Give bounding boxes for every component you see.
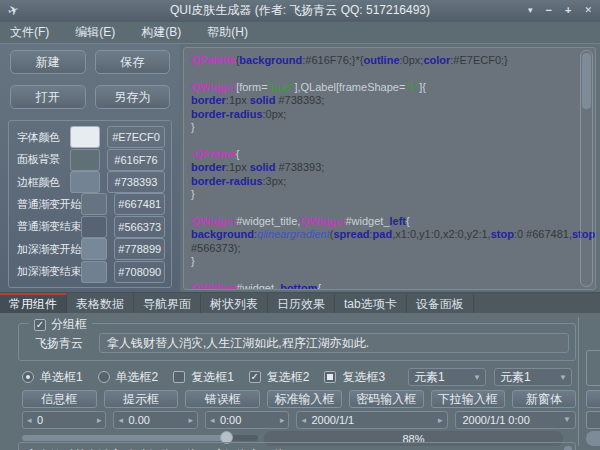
color-row-gradient-end: 普通渐变结束 #566373 [17, 216, 165, 238]
info-box-button[interactable]: 信息框 [22, 390, 97, 408]
spin-right-icon[interactable]: ▸ [280, 415, 285, 425]
radio-1-label: 单选框1 [40, 369, 83, 386]
color-swatch[interactable] [81, 193, 107, 215]
tab-navigation[interactable]: 导航界面 [134, 293, 201, 313]
combobox-2-value: 元素1 [500, 369, 531, 386]
tip-box-button[interactable]: 提示框 [104, 390, 179, 408]
color-row-border: 边框颜色 #738393 [17, 171, 165, 193]
color-swatch[interactable] [81, 216, 107, 238]
code-scrollbar[interactable] [580, 50, 593, 287]
checkbox-1[interactable]: 复选框1 [173, 369, 234, 386]
maximize-icon[interactable]: + [565, 5, 571, 16]
new-button[interactable]: 新建 [10, 50, 86, 74]
time-spinbox[interactable]: ◂ 0:00 ▸ [205, 411, 289, 429]
int-spinbox[interactable]: ◂ 0 ▸ [22, 411, 106, 429]
motto-input[interactable]: 拿人钱财替人消灾,人生江湖如此,程序江湖亦如此. [99, 333, 569, 353]
color-swatch[interactable] [81, 261, 107, 283]
color-label: 普通渐变开始 [17, 197, 81, 212]
menu-file[interactable]: 文件(F) [10, 24, 49, 41]
error-box-button[interactable]: 错误框 [185, 390, 260, 408]
save-as-button[interactable]: 另存为 [95, 85, 171, 109]
tab-common-widgets[interactable]: 常用组件 [0, 293, 67, 313]
combobox-1-value: 元素1 [414, 369, 445, 386]
menu-build[interactable]: 构建(B) [141, 24, 181, 41]
tab-tab-pages[interactable]: tab选项卡 [335, 293, 407, 313]
color-label: 边框颜色 [17, 175, 70, 190]
spin-right-icon[interactable]: ▸ [97, 415, 102, 425]
time-spinbox-value: 0:00 [220, 414, 241, 426]
tab-page-common-widgets: ✓ 分组框 飞扬青云 拿人钱财替人消灾,人生江湖如此,程序江湖亦如此. 单选框1… [0, 313, 600, 450]
new-window-button[interactable]: 新窗体 [512, 390, 576, 408]
checkbox-3[interactable]: 复选框3 [324, 369, 385, 386]
checkbox-checked-icon: ✓ [249, 371, 261, 383]
clipped-widget [586, 411, 600, 429]
close-icon[interactable]: ✕ [584, 6, 592, 15]
color-label: 加深渐变结束 [17, 264, 81, 279]
chevron-down-icon: ▼ [559, 373, 567, 382]
code-scrollbar-handle[interactable] [582, 53, 591, 109]
spin-left-icon[interactable]: ◂ [210, 415, 215, 425]
clipped-frame-border [578, 317, 579, 446]
color-hex-field[interactable]: #667481 [114, 193, 165, 215]
horizontal-slider[interactable] [22, 435, 258, 441]
spin-right-icon[interactable]: ▸ [438, 415, 443, 425]
minimize-icon[interactable]: − [546, 5, 552, 16]
password-input-button[interactable]: 密码输入框 [349, 390, 424, 408]
window-dropdown-icon[interactable]: ▾ [528, 6, 533, 15]
groupbox-checkbox[interactable]: ✓ [34, 319, 46, 331]
radio-2[interactable]: 单选框2 [98, 369, 159, 386]
clipped-widget [586, 390, 600, 408]
tab-table-data[interactable]: 表格数据 [67, 293, 134, 313]
color-hex-field[interactable]: #566373 [114, 216, 165, 238]
double-spinbox[interactable]: ◂ 0.00 ▸ [113, 411, 197, 429]
color-swatch[interactable] [70, 126, 100, 148]
color-hex-field[interactable]: #E7ECF0 [107, 126, 165, 148]
tab-bar: 常用组件 表格数据 导航界面 树状列表 日历效果 tab选项卡 设备面板 [0, 292, 600, 313]
menu-edit[interactable]: 编辑(E) [75, 24, 115, 41]
radio-1[interactable]: 单选框1 [22, 369, 83, 386]
open-button[interactable]: 打开 [10, 85, 86, 109]
color-swatch[interactable] [70, 149, 100, 171]
color-label: 普通渐变结束 [17, 219, 81, 234]
save-button[interactable]: 保存 [95, 50, 171, 74]
color-swatch[interactable] [70, 171, 100, 193]
left-panel: 新建 保存 打开 另存为 字体颜色 #E7ECF0 面板背景 #616F76 边… [0, 44, 180, 292]
radio-2-label: 单选框2 [116, 369, 159, 386]
color-settings-frame: 字体颜色 #E7ECF0 面板背景 #616F76 边框颜色 #738393 普… [8, 120, 172, 288]
color-hex-field[interactable]: #738393 [107, 171, 165, 193]
color-row-dark-gradient-start: 加深渐变开始 #778899 [17, 238, 165, 260]
date-spinbox[interactable]: ◂ 2000/1/1 ▸ [296, 411, 447, 429]
radio-unchecked-icon [98, 371, 110, 383]
spin-left-icon[interactable]: ◂ [301, 415, 306, 425]
datetime-edit[interactable]: 2000/1/1 0:00 ▼ [455, 411, 577, 429]
spin-left-icon[interactable]: ◂ [118, 415, 123, 425]
color-hex-field[interactable]: #708090 [114, 261, 165, 283]
color-row-panel-bg: 面板背景 #616F76 [17, 149, 165, 171]
author-label: 飞扬青云 [35, 335, 99, 352]
tab-device-panel[interactable]: 设备面板 [407, 293, 474, 313]
menu-help[interactable]: 帮助(H) [207, 24, 248, 41]
tab-tree-list[interactable]: 树状列表 [201, 293, 268, 313]
color-hex-field[interactable]: #616F76 [107, 149, 165, 171]
color-hex-field[interactable]: #778899 [114, 238, 165, 260]
combobox-2[interactable]: 元素1 ▼ [494, 368, 572, 386]
chevron-down-icon: ▼ [473, 373, 481, 382]
datetime-value: 2000/1/1 0:00 [463, 414, 530, 426]
spin-left-icon[interactable]: ◂ [27, 415, 32, 425]
spin-right-icon[interactable]: ▸ [188, 415, 193, 425]
text-edit-scrollbar-handle[interactable] [564, 446, 572, 450]
checkbox-2-label: 复选框2 [267, 369, 310, 386]
tab-calendar[interactable]: 日历效果 [268, 293, 335, 313]
spinbox-row: ◂ 0 ▸ ◂ 0.00 ▸ ◂ 0:00 ▸ ◂ 2000/1/1 ▸ 200… [22, 411, 576, 429]
groupbox-title: 分组框 [51, 316, 87, 333]
app-window: ✈ QUI皮肤生成器 (作者: 飞扬青云 QQ: 517216493) ▾ − … [0, 0, 600, 450]
standard-input-button[interactable]: 标准输入框 [267, 390, 342, 408]
color-label: 加深渐变开始 [17, 242, 81, 257]
color-label: 面板背景 [17, 152, 70, 167]
checkbox-2[interactable]: ✓ 复选框2 [249, 369, 310, 386]
stylesheet-code-editor[interactable]: QPalette{background:#616F76;}*{outline:0… [183, 47, 596, 290]
dropdown-input-button[interactable]: 下拉输入框 [431, 390, 506, 408]
clipped-text-edit[interactable]: 拿人钱财替人消灾,人生江湖如此,程序江湖亦如此. [18, 442, 576, 450]
color-swatch[interactable] [81, 238, 107, 260]
combobox-1[interactable]: 元素1 ▼ [408, 368, 486, 386]
